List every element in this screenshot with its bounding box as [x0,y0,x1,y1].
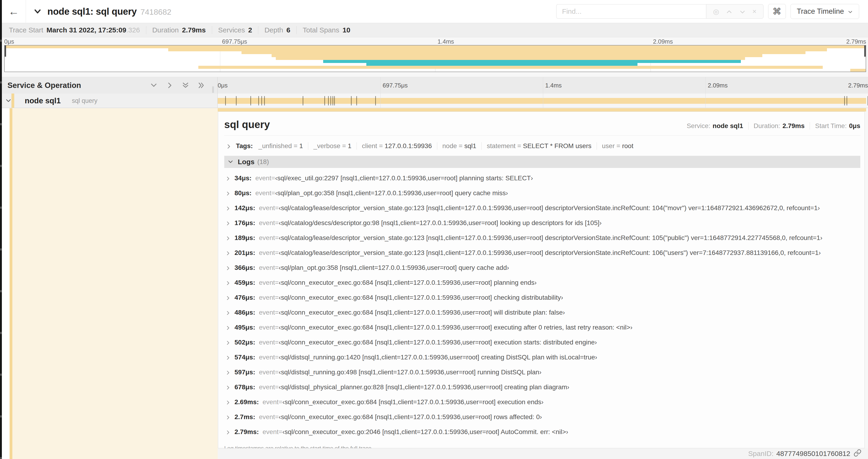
chevron-down-icon[interactable] [5,97,12,104]
log-row[interactable]: 459μs:event = ‹sql/conn_executor_exec.go… [224,275,860,290]
column-resize-grip[interactable]: ∥ [211,85,215,93]
spanid-value: 4877749850101760812 [776,450,850,458]
chevron-up-icon[interactable] [726,7,733,15]
view-selector-button[interactable]: Trace Timeline [790,4,859,19]
trace-start-fraction: .326 [126,26,140,34]
ruler-tick-label: 1.4ms [435,38,454,45]
log-row[interactable]: 80μs:event = ‹sql/plan_opt.go:358 [nsql1… [224,186,860,201]
logs-accordian-header[interactable]: Logs (18) [224,156,860,168]
chevron-right-icon[interactable] [225,368,231,376]
find-group: ◎ × [556,4,764,19]
log-row[interactable]: 176μs:event = ‹sql/catalog/descs/descrip… [224,216,860,230]
span-duration-bar[interactable] [218,98,866,104]
chevron-down-icon[interactable] [227,159,234,165]
minimap-span [850,69,866,72]
detail-start-time: Start Time: 0μs [810,122,860,130]
log-row[interactable]: 495μs:event = ‹sql/conn_executor_exec.go… [224,320,860,335]
log-row[interactable]: 476μs:event = ‹sql/conn_executor_exec.go… [224,290,860,305]
log-timestamp: 2.69ms: [235,398,259,406]
ruler-tick-label: 0μs [4,38,14,45]
chevron-right-icon[interactable] [225,204,231,212]
close-icon[interactable]: × [752,7,756,15]
chevron-right-icon[interactable] [225,413,231,421]
log-timestamp: 2.7ms: [235,413,255,421]
tags-accordian[interactable]: Tags: _unfinished = 1_verbose = 1client … [224,142,860,150]
chevron-right-icon[interactable] [225,309,231,316]
chevron-right-icon[interactable] [225,234,231,242]
log-field-name: event [255,174,271,182]
chevron-right-icon[interactable] [225,174,231,182]
span-row-name-cell[interactable]: node sql1 sql query [2,94,218,108]
chevron-right-icon[interactable] [225,354,231,361]
chevron-right-icon[interactable] [225,428,231,436]
log-row[interactable]: 2.7ms:event = ‹sql/conn_executor_exec.go… [224,409,860,424]
expand-one-icon[interactable] [166,81,174,89]
log-field-value: ‹sql/conn_executor_exec.go:684 [nsql1,cl… [279,413,542,421]
timeline-gridline [543,94,543,108]
log-row[interactable]: 486μs:event = ‹sql/conn_executor_exec.go… [224,305,860,320]
collapse-all-icon[interactable] [182,81,189,89]
find-input[interactable] [556,4,706,19]
log-timestamp: 176μs: [235,219,255,227]
chevron-right-icon[interactable] [225,264,231,271]
log-field-value: ‹sql/conn_executor_exec.go:684 [nsql1,cl… [279,309,565,316]
log-row[interactable]: 2.79ms:event = ‹sql/conn_executor_exec.g… [224,424,860,439]
chevron-right-icon[interactable] [225,189,231,197]
log-row[interactable]: 2.69ms:event = ‹sql/conn_executor_exec.g… [224,395,860,409]
timeline-gridline [543,77,543,94]
log-field-name: event [259,413,275,421]
keyboard-shortcuts-button[interactable]: ⌘ [768,4,786,19]
logs-label: Logs [238,158,254,166]
log-row[interactable]: 189μs:event = ‹sql/catalog/lease/descrip… [224,230,860,245]
chevron-right-icon[interactable] [225,324,231,331]
span-service-name: node sql1 [25,96,61,105]
expand-all-icon[interactable] [197,81,205,89]
log-timestamp: 80μs: [235,189,251,197]
chevron-right-icon[interactable] [225,294,231,301]
log-row[interactable]: 142μs:event = ‹sql/catalog/lease/descrip… [224,201,860,216]
minimap-canvas[interactable] [4,45,866,72]
ruler-tick-label: 1.4ms [543,82,562,89]
span-row[interactable]: node sql1 sql query [2,94,868,108]
log-tick-marker [328,96,329,105]
minimap-scrubber-left[interactable] [5,45,6,57]
service-operation-header: Service & Operation ∥ [2,77,218,94]
chevron-right-icon[interactable] [225,339,231,346]
chevron-down-icon[interactable] [33,7,42,15]
log-tick-marker [225,96,226,105]
chevron-right-icon[interactable] [226,142,232,150]
log-row[interactable]: 574μs:event = ‹sql/distsql_running.go:14… [224,350,860,365]
log-tick-marker [324,96,325,105]
back-button[interactable]: ← [2,0,26,23]
log-field-name: event [259,219,275,227]
depth-stat: Depth 6 [258,26,290,34]
chevron-right-icon[interactable] [225,384,231,391]
duration-label: Duration [152,26,179,34]
log-row[interactable]: 366μs:event = ‹sql/plan_opt.go:358 [nsql… [224,260,860,275]
chevron-right-icon[interactable] [225,219,231,227]
log-tick-marker [258,96,259,105]
collapse-one-icon[interactable] [150,81,158,89]
link-icon[interactable] [854,449,862,459]
minimap-scrubber-right[interactable] [864,45,866,57]
detail-row-left-column [2,108,218,459]
chevron-right-icon[interactable] [225,279,231,286]
log-row[interactable]: 502μs:event = ‹sql/conn_executor_exec.go… [224,335,860,350]
chevron-right-icon[interactable] [225,249,231,257]
locate-icon[interactable]: ◎ [713,7,719,15]
minimap-ruler: 0μs697.75μs1.4ms2.09ms2.79ms [4,38,866,45]
tag-item: user = root [597,142,633,150]
span-row-timeline-cell[interactable] [218,94,868,108]
log-timestamp: 189μs: [235,234,255,242]
log-tick-marker [303,96,303,105]
depth-value: 6 [286,26,290,34]
trace-title-wrap: node sql1: sql query 7418682 [33,6,171,17]
log-row[interactable]: 597μs:event = ‹sql/distsql_running.go:49… [224,365,860,380]
log-row[interactable]: 201μs:event = ‹sql/catalog/lease/descrip… [224,245,860,260]
minimap-span [168,48,827,51]
log-row[interactable]: 34μs:event = ‹sql/exec_util.go:2297 [nsq… [224,171,860,186]
chevron-down-icon[interactable] [739,7,746,15]
chevron-right-icon[interactable] [225,398,231,406]
back-arrow-icon: ← [8,5,19,18]
log-row[interactable]: 678μs:event = ‹sql/distsql_physical_plan… [224,380,860,395]
